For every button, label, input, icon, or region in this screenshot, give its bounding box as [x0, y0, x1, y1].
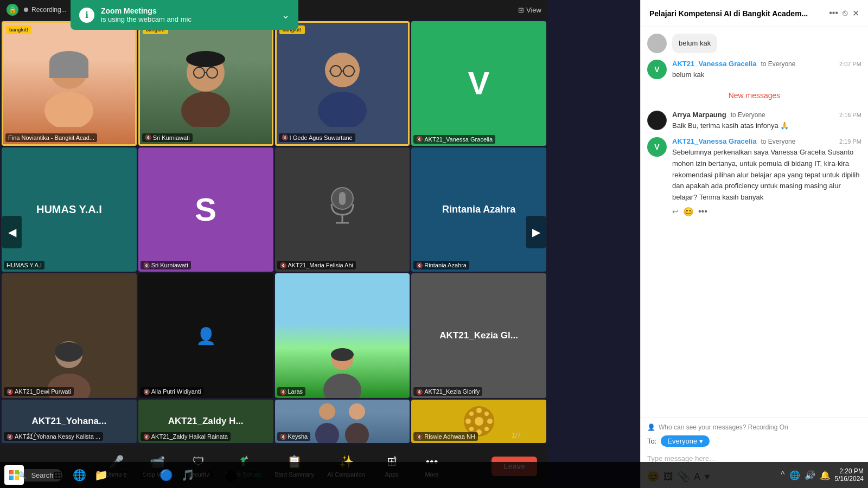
svg-point-36	[465, 419, 471, 424]
msg-sender-5: AKT21_Vanessa Gracelia	[672, 137, 756, 145]
popout-icon[interactable]: ⎋	[843, 8, 848, 18]
mic-icon-2: 🔇	[145, 134, 151, 140]
mail-icon[interactable]: ✉	[135, 465, 154, 485]
chat-messages: belum kak V AKT21_Vanessa Gracelia to Ev…	[641, 27, 868, 418]
participant-name-16: Riswie Adhwaa NH	[424, 433, 475, 440]
humas-label: HUMAS Y.A.I	[36, 203, 102, 216]
cell-name-2: 🔇 Sri Kurniawati	[142, 133, 193, 142]
participant-name-12: AKT21_Kezia Glorify	[424, 388, 480, 395]
msg-to-2: to Everyone	[761, 60, 795, 68]
msg-avatar-4	[647, 111, 667, 130]
taskbar-right: ^ 🌐 🔊 🔔 2:20 PM 5/16/2024	[781, 467, 864, 483]
zoom-icon[interactable]: Z	[243, 465, 263, 485]
participant-name-6: Sri Kurniawati	[151, 262, 188, 268]
cell-name-16: 🔇 Riswie Adhwaa NH	[413, 432, 478, 441]
clock-time: 2:20 PM	[835, 467, 864, 475]
svg-point-37	[487, 419, 493, 424]
cell-name-13: 🔇 AKT21_Yohana Kessy Kalista ...	[4, 432, 103, 441]
clock: 2:20 PM 5/16/2024	[835, 467, 864, 483]
more-chat-icon[interactable]: •••	[829, 8, 838, 18]
participant-cell-6: S 🔇 Sri Kurniawati	[138, 147, 273, 272]
everyone-button[interactable]: Everyone ▾	[661, 435, 710, 447]
svg-point-41	[469, 427, 474, 431]
msg-time-4: 2:16 PM	[839, 112, 861, 118]
svg-rect-4	[49, 62, 88, 78]
close-chat-icon[interactable]: ✕	[852, 8, 859, 18]
reply-icon[interactable]: ↩	[672, 207, 679, 216]
mic-icon-6: 🔇	[143, 262, 150, 268]
svg-point-29	[315, 423, 339, 443]
mic-icon-4: 🔇	[416, 136, 423, 142]
participant-name-14: AKT21_Zaldy Haikal Rainata	[151, 433, 228, 440]
svg-point-27	[331, 348, 354, 361]
search-button[interactable]: 🔍 Search	[26, 465, 46, 485]
msg-header-4: Arrya Marpaung to Everyone 2:16 PM	[672, 111, 861, 119]
message-1: belum kak	[647, 34, 861, 53]
nav-prev-button[interactable]: ◀	[2, 216, 22, 248]
yohana-label: AKT21_Yohana...	[32, 416, 107, 427]
volume-icon[interactable]: 🔊	[805, 470, 815, 480]
opera-icon[interactable]: O	[200, 465, 219, 485]
v-avatar-letter: V	[468, 65, 490, 102]
participant-cell-11: 🔇 Laras	[275, 273, 410, 398]
taskbar: 🔍 Search ⊞ 🌐 📁 T ✉ 🔵 🎵 O ⬤ Z ^ 🌐 🔊 🔔 2:2…	[0, 462, 868, 488]
msg-text-2: belum kak	[672, 69, 861, 80]
svg-point-26	[323, 374, 361, 398]
msg-content-5: AKT21_Vanessa Gracelia to Everyone 2:19 …	[672, 137, 861, 217]
participant-cell-3: bangkit! 🔇 I Gede Agus Suwartane	[275, 21, 410, 146]
to-selector: To: Everyone ▾	[647, 435, 861, 447]
msg-avatar-2: V	[647, 60, 667, 79]
participant-name-3: I Gede Agus Suwartane	[290, 134, 353, 141]
view-button[interactable]: ⊞ View	[518, 6, 541, 14]
participant-cell-2: bangkit! 🔇 Sri Kurniawati	[138, 21, 273, 146]
participant-name-9: AKT21_Dewi Purwati	[15, 388, 71, 395]
recording-notice-icon: 👤	[647, 423, 655, 431]
mic-icon-13: 🔇	[7, 434, 13, 440]
spotify-icon[interactable]: 🎵	[178, 465, 197, 485]
participant-name-15: Keysha	[288, 433, 308, 440]
participant-name-10: Aila Putri Widiyanti	[151, 388, 201, 395]
edge2-icon[interactable]: 🔵	[156, 465, 176, 485]
notification-text: Zoom Meetings is using the webcam and mi…	[101, 7, 275, 23]
react-icon[interactable]: 😊	[683, 207, 694, 217]
taskbar-chevron[interactable]: ^	[781, 470, 785, 480]
sound-icon[interactable]: 🔔	[820, 470, 831, 480]
svg-point-12	[318, 92, 367, 127]
msg-time-5: 2:19 PM	[839, 138, 861, 145]
dropdown-chevron: ▾	[699, 437, 703, 445]
more-react-icon[interactable]: •••	[698, 207, 707, 216]
search-icon: 🔍	[18, 471, 27, 479]
msg-content-1: belum kak	[672, 34, 861, 53]
cell-name-1: Fina Noviantika - Bangkit Acad...	[5, 133, 97, 142]
teams-icon[interactable]: T	[113, 465, 132, 485]
participant-cell-16: 🔇 Riswie Adhwaa NH	[411, 400, 546, 443]
person-svg-3	[310, 40, 375, 127]
notification-chevron[interactable]: ⌄	[282, 9, 290, 21]
svg-point-10	[186, 51, 225, 67]
svg-point-6	[181, 92, 230, 127]
svg-point-30	[349, 403, 365, 420]
nav-next-button[interactable]: ▶	[526, 216, 546, 248]
svg-point-33	[475, 417, 483, 426]
kezia-label: AKT21_Kezia Gl...	[439, 330, 518, 341]
file-explorer-icon[interactable]: 📁	[91, 465, 111, 485]
video-grid-area: ◀ ▶ bangkit! Fina Nov	[0, 20, 548, 445]
participant-name-2: Sri Kurniawati	[153, 134, 190, 141]
mic-icon-7: 🔇	[280, 262, 286, 268]
page-indicator-left: 1/7	[27, 432, 36, 439]
security-badge: 🔒	[7, 4, 18, 16]
chrome-icon[interactable]: ⬤	[221, 465, 241, 485]
mic-icon-12: 🔇	[416, 389, 423, 395]
msg-to-5: to Everyone	[761, 138, 795, 145]
task-view-button[interactable]: ⊞	[48, 465, 67, 485]
edge-browser-icon[interactable]: 🌐	[69, 465, 89, 485]
person-svg-2	[173, 40, 238, 127]
participant-name-1: Fina Noviantika - Bangkit Acad...	[8, 134, 94, 141]
person-svg-1	[36, 40, 101, 127]
chat-panel: Pelajari Kompetensi AI di Bangkit Academ…	[640, 0, 868, 488]
recording-notice-text: Who can see your messages? Recording On	[659, 423, 788, 431]
svg-rect-19	[339, 192, 346, 205]
rintania-label: Rintania Azahra	[442, 204, 515, 215]
msg-header-2: AKT21_Vanessa Gracelia to Everyone 2:07 …	[672, 60, 861, 68]
network-icon[interactable]: 🌐	[789, 470, 800, 480]
